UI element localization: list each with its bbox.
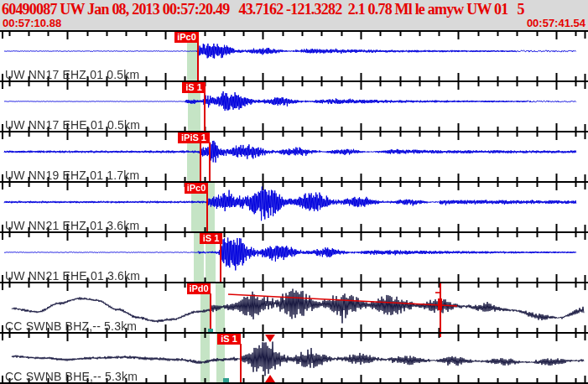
pick-label[interactable]: iS 1 [200, 233, 222, 244]
station-label: UW NN17 EHE,01 0.5km [5, 118, 140, 132]
pick-line[interactable] [220, 243, 221, 282]
pick-label[interactable]: iPc0 [174, 32, 199, 43]
station-label: CC SWNB BHZ,-- 5.3km [5, 319, 137, 333]
pick-line[interactable] [204, 92, 206, 131]
seismogram-viewer: { "app": { "title_line": "60490087 UW Ja… [0, 0, 588, 384]
trace-panel[interactable]: iPc0UW NN17 EHZ,01 0.5km [0, 30, 588, 80]
station-label: UW NN21 EHZ,01 3.6km [5, 219, 139, 232]
time-axis-labels: 00:57:10.88 00:57:41.54 [0, 18, 588, 30]
trace-panel[interactable]: iPd0CC SWNB BHZ,-- 5.3km [0, 282, 588, 332]
trace-panel[interactable]: iPc0UW NN21 EHZ,01 3.6km [0, 181, 588, 231]
pick-line[interactable] [206, 193, 208, 231]
window-end-time: 00:57:41.54 [527, 18, 585, 30]
pick-label[interactable]: iPd0 [187, 283, 211, 294]
trace-panel[interactable]: iPiS 1UW NN19 EHZ,01 1.7km [0, 131, 588, 181]
trace-panel[interactable]: iS 1UW NN17 EHE,01 0.5km [0, 80, 588, 131]
pick-line[interactable] [210, 293, 211, 332]
pick-line[interactable] [209, 143, 211, 181]
station-label: UW NN19 EHZ,01 1.7km [5, 169, 139, 182]
event-summary-header: 60490087 UW Jan 08, 2013 00:57:20.49 43.… [0, 0, 588, 18]
pick-line[interactable] [240, 344, 242, 382]
station-label: CC SWNB BHE,-- 5.3km [5, 370, 138, 383]
pick-label[interactable]: iS 1 [182, 82, 206, 93]
pick-line[interactable] [200, 143, 201, 181]
pick-label[interactable]: iPc0 [185, 183, 208, 194]
pick-label[interactable]: iS 1 [217, 334, 241, 345]
pick-line[interactable] [197, 42, 199, 80]
window-start-time: 00:57:10.88 [3, 18, 61, 30]
station-label: UW NN21 EHE,01 3.6km [5, 269, 140, 283]
trace-panel[interactable]: iS 1CC SWNB BHE,-- 5.3km [0, 332, 588, 384]
station-label: UW NN17 EHZ,01 0.5km [5, 68, 139, 81]
trace-panel[interactable]: iS 1UW NN21 EHE,01 3.6km [0, 231, 588, 282]
trace-list: iPc0UW NN17 EHZ,01 0.5kmiS 1UW NN17 EHE,… [0, 30, 588, 384]
pick-label[interactable]: iPiS 1 [178, 132, 210, 143]
